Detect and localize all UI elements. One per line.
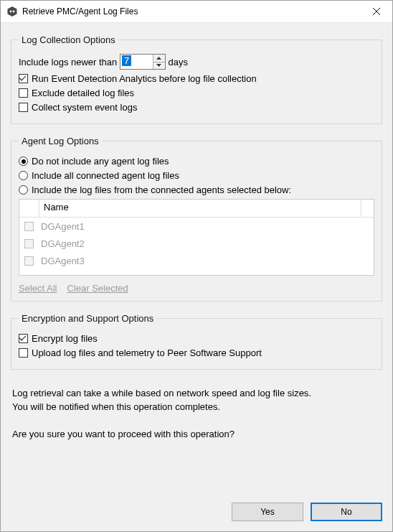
days-spinner[interactable]: 7 [120, 54, 166, 70]
checkbox-exclude-detailed[interactable]: Exclude detailed log files [19, 88, 374, 98]
label-include-newer-suffix: days [169, 57, 188, 67]
link-clear-selected: Clear Selected [67, 283, 128, 294]
checkbox-upload[interactable]: Upload log files and telemetry to Peer S… [19, 347, 374, 358]
info-text: Log retrieval can take a while based on … [12, 387, 381, 441]
table-row: DGAgent1 [19, 218, 374, 235]
agent-row-name: DGAgent2 [41, 238, 85, 249]
agent-row-checkbox [24, 239, 34, 248]
app-icon [6, 6, 18, 17]
checkbox-upload-box[interactable] [19, 348, 28, 358]
titlebar: Retrieve PMC/Agent Log Files [1, 1, 392, 23]
legend-agent-log: Agent Log Options [19, 136, 102, 146]
days-spinner-value[interactable]: 7 [120, 55, 133, 69]
dialog-buttons: Yes No [11, 491, 382, 521]
agent-table: Name DGAgent1 DGAgent2 DGAgent3 [19, 199, 374, 276]
info-line1: Log retrieval can take a while based on … [12, 387, 381, 401]
agent-table-actions: Select All Clear Selected [19, 283, 374, 294]
close-button[interactable] [360, 1, 392, 22]
agent-table-header-name[interactable]: Name [39, 200, 361, 217]
client-area: Log Collection Options Include logs newe… [1, 23, 392, 531]
radio-agent-selected-label: Include the log files from the connected… [32, 185, 291, 195]
agent-row-checkbox [24, 256, 34, 266]
days-spinner-up[interactable] [153, 55, 165, 62]
label-include-newer-prefix: Include logs newer than [19, 57, 117, 67]
radio-agent-all-label: Include all connected agent log files [32, 170, 179, 181]
agent-row-name: DGAgent3 [41, 256, 85, 266]
days-spinner-down[interactable] [153, 62, 165, 70]
checkbox-encrypt[interactable]: Encrypt log files [19, 333, 374, 344]
radio-agent-none-label: Do not include any agent log files [32, 156, 169, 167]
checkbox-collect-system-box[interactable] [19, 103, 28, 112]
info-line2: You will be notified when this operation… [12, 401, 381, 414]
svg-point-1 [10, 11, 12, 13]
checkbox-run-analytics[interactable]: Run Event Detection Analytics before log… [19, 73, 374, 84]
checkbox-encrypt-box[interactable] [19, 334, 28, 343]
checkbox-run-analytics-label: Run Event Detection Analytics before log… [32, 73, 257, 84]
agent-table-header-scroll [361, 200, 374, 217]
agent-table-header-check [19, 200, 39, 217]
table-row: DGAgent2 [19, 235, 374, 252]
radio-agent-all[interactable]: Include all connected agent log files [19, 170, 374, 181]
group-agent-log: Agent Log Options Do not include any age… [11, 136, 382, 302]
agent-row-checkbox [24, 222, 34, 231]
radio-agent-none[interactable]: Do not include any agent log files [19, 156, 374, 167]
radio-agent-selected[interactable]: Include the log files from the connected… [19, 185, 374, 195]
svg-marker-0 [8, 6, 17, 17]
checkbox-encrypt-label: Encrypt log files [32, 333, 98, 344]
window-title: Retrieve PMC/Agent Log Files [22, 6, 360, 17]
radio-agent-selected-dot[interactable] [19, 185, 28, 195]
no-button[interactable]: No [311, 503, 382, 521]
svg-marker-5 [156, 57, 161, 60]
table-row: DGAgent3 [19, 252, 374, 269]
link-select-all: Select All [19, 283, 57, 294]
checkbox-collect-system[interactable]: Collect system event logs [19, 102, 374, 113]
row-include-newer: Include logs newer than 7 days [19, 54, 374, 70]
agent-row-name: DGAgent1 [41, 221, 85, 232]
checkbox-exclude-detailed-box[interactable] [19, 88, 28, 98]
group-log-collection: Log Collection Options Include logs newe… [11, 34, 382, 124]
dialog-window: Retrieve PMC/Agent Log Files Log Collect… [0, 0, 393, 532]
radio-agent-all-dot[interactable] [19, 171, 28, 180]
confirm-text: Are you sure you want to proceed with th… [12, 428, 381, 442]
legend-encryption: Encryption and Support Options [19, 313, 156, 324]
legend-log-collection: Log Collection Options [19, 34, 118, 45]
radio-agent-none-dot[interactable] [19, 157, 28, 166]
checkbox-upload-label: Upload log files and telemetry to Peer S… [32, 347, 262, 358]
agent-table-header: Name [19, 200, 374, 218]
checkbox-exclude-detailed-label: Exclude detailed log files [32, 88, 134, 98]
checkbox-run-analytics-box[interactable] [19, 74, 28, 83]
yes-button[interactable]: Yes [232, 503, 303, 521]
agent-table-body: DGAgent1 DGAgent2 DGAgent3 [19, 218, 374, 275]
svg-point-2 [13, 11, 15, 13]
svg-marker-6 [156, 64, 161, 67]
group-encryption: Encryption and Support Options Encrypt l… [11, 313, 382, 370]
checkbox-collect-system-label: Collect system event logs [32, 102, 137, 113]
